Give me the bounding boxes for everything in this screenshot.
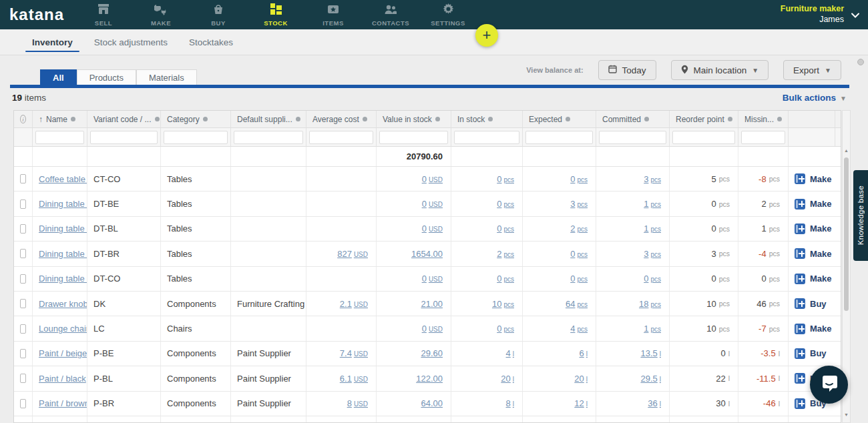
item-name-link[interactable]: Lounge chair	[39, 324, 87, 334]
value-in-stock-link[interactable]: 29.60	[421, 348, 443, 358]
item-name-link[interactable]: Dining table /	[39, 274, 87, 284]
row-action-button[interactable]: Make	[789, 267, 835, 291]
item-name-link[interactable]: Paint / brown	[39, 398, 87, 408]
header-name[interactable]: ↑Name	[33, 111, 87, 127]
item-name-link[interactable]: Paint / beige	[39, 348, 87, 358]
in-stock-link[interactable]: 0pcs	[497, 324, 514, 334]
item-name-link[interactable]: Coffee table /	[39, 174, 87, 184]
account-menu[interactable]: Furniture maker James	[781, 3, 844, 25]
filter-in-stock-input[interactable]	[454, 131, 519, 144]
row-checkbox[interactable]	[20, 224, 26, 234]
row-checkbox[interactable]	[20, 249, 26, 258]
value-in-stock-link[interactable]: 0USD	[422, 274, 443, 284]
add-new-button[interactable]: +	[475, 24, 498, 47]
katana-logo[interactable]: katana	[9, 5, 64, 24]
row-checkbox[interactable]	[20, 374, 26, 383]
header-default-supplier[interactable]: Default suppli...	[231, 111, 306, 127]
nav-item-make[interactable]: MAKE	[132, 0, 190, 29]
in-stock-link[interactable]: 0pcs	[497, 174, 514, 184]
nav-item-items[interactable]: ITEMS	[304, 0, 362, 29]
committed-link[interactable]: 29.5l	[640, 374, 661, 384]
row-checkbox[interactable]	[20, 349, 26, 358]
filter-missing-input[interactable]	[741, 131, 785, 144]
nav-item-settings[interactable]: SETTINGS	[419, 0, 477, 29]
nav-item-stock[interactable]: STOCK	[247, 0, 304, 29]
row-checkbox[interactable]	[20, 299, 26, 308]
item-name-link[interactable]: Dining table /	[39, 199, 87, 209]
item-name-link[interactable]: Dining table /	[39, 224, 87, 234]
expected-link[interactable]: 6l	[580, 348, 588, 358]
in-stock-link[interactable]: 2pcs	[497, 249, 514, 259]
export-button[interactable]: Export ▼	[783, 60, 841, 80]
filter-committed-input[interactable]	[599, 131, 666, 144]
average-cost-link[interactable]: 8USD	[347, 398, 368, 408]
info-icon[interactable]	[857, 59, 864, 65]
expected-link[interactable]: 0pcs	[570, 274, 588, 284]
location-selector[interactable]: Main location ▼	[671, 60, 769, 80]
value-in-stock-link[interactable]: 21.00	[421, 299, 443, 309]
filter-value-input[interactable]	[379, 131, 448, 144]
in-stock-link[interactable]: 0pcs	[497, 274, 514, 284]
average-cost-link[interactable]: 827USD	[337, 249, 368, 259]
filter-reorder-input[interactable]	[672, 131, 735, 144]
filter-supplier-input[interactable]	[234, 131, 303, 144]
row-action-button[interactable]: Buy	[789, 342, 835, 366]
filter-category-input[interactable]	[164, 131, 228, 144]
scrollbar-thumb[interactable]	[844, 157, 849, 311]
row-action-button[interactable]: Make	[789, 316, 835, 340]
expected-link[interactable]: 2pcs	[570, 224, 588, 234]
tab-inventory[interactable]: Inventory	[21, 29, 83, 55]
info-circle-icon[interactable]: i	[20, 115, 26, 123]
committed-link[interactable]: 1pcs	[644, 224, 661, 234]
row-action-button[interactable]: Buy	[789, 292, 835, 316]
committed-link[interactable]: 3pcs	[644, 249, 661, 259]
in-stock-link[interactable]: 10pcs	[492, 299, 514, 309]
header-in-stock[interactable]: In stock	[451, 111, 523, 127]
value-in-stock-link[interactable]: 1654.00	[411, 249, 443, 259]
today-button[interactable]: Today	[598, 60, 656, 80]
filter-variant-input[interactable]	[90, 131, 158, 144]
committed-link[interactable]: 18pcs	[639, 299, 661, 309]
in-stock-link[interactable]: 0pcs	[497, 199, 514, 209]
expected-link[interactable]: 3pcs	[570, 199, 588, 209]
nav-item-contacts[interactable]: CONTACTS	[362, 0, 419, 29]
filter-expected-input[interactable]	[525, 131, 593, 144]
row-checkbox[interactable]	[20, 274, 26, 284]
expected-link[interactable]: 4pcs	[570, 324, 588, 334]
chevron-down-icon[interactable]	[851, 9, 860, 21]
filter-tab-products[interactable]: Products	[77, 69, 136, 85]
expected-link[interactable]: 12l	[574, 398, 588, 408]
item-name-link[interactable]: Drawer knobs	[39, 299, 87, 309]
header-value-in-stock[interactable]: Value in stock	[377, 111, 451, 127]
value-in-stock-link[interactable]: 64.00	[421, 398, 443, 408]
in-stock-link[interactable]: 20l	[501, 374, 514, 384]
scroll-up-icon[interactable]: ▲	[843, 148, 850, 153]
in-stock-link[interactable]: 0pcs	[497, 224, 514, 234]
expected-link[interactable]: 0pcs	[570, 249, 588, 259]
header-average-cost[interactable]: Average cost	[306, 111, 377, 127]
filter-tab-materials[interactable]: Materials	[136, 69, 197, 85]
value-in-stock-link[interactable]: 0USD	[422, 199, 443, 209]
tab-stocktakes[interactable]: Stocktakes	[178, 29, 244, 55]
in-stock-link[interactable]: 8l	[506, 398, 514, 408]
filter-name-input[interactable]	[35, 131, 84, 144]
filter-average-cost-input[interactable]	[309, 131, 373, 144]
expected-link[interactable]: 20l	[574, 374, 588, 384]
average-cost-link[interactable]: 7.4USD	[340, 348, 368, 358]
tab-stock-adjustments[interactable]: Stock adjustments	[83, 29, 178, 55]
committed-link[interactable]: 0pcs	[644, 274, 661, 284]
committed-link[interactable]: 1pcs	[644, 199, 661, 209]
nav-item-buy[interactable]: BUY	[190, 0, 247, 29]
row-checkbox[interactable]	[20, 324, 26, 334]
value-in-stock-link[interactable]: 0USD	[422, 324, 443, 334]
value-in-stock-link[interactable]: 0USD	[422, 224, 443, 234]
header-reorder-point[interactable]: Reorder point	[670, 111, 738, 127]
average-cost-link[interactable]: 6.1USD	[340, 374, 368, 384]
row-action-button[interactable]: Make	[789, 167, 835, 191]
header-committed[interactable]: Committed	[596, 111, 670, 127]
item-name-link[interactable]: Paint / black	[39, 374, 86, 384]
row-action-button[interactable]: Make	[789, 242, 835, 266]
expected-link[interactable]: 64pcs	[566, 299, 588, 309]
chat-widget-button[interactable]	[810, 366, 848, 404]
committed-link[interactable]: 13.5l	[640, 348, 661, 358]
